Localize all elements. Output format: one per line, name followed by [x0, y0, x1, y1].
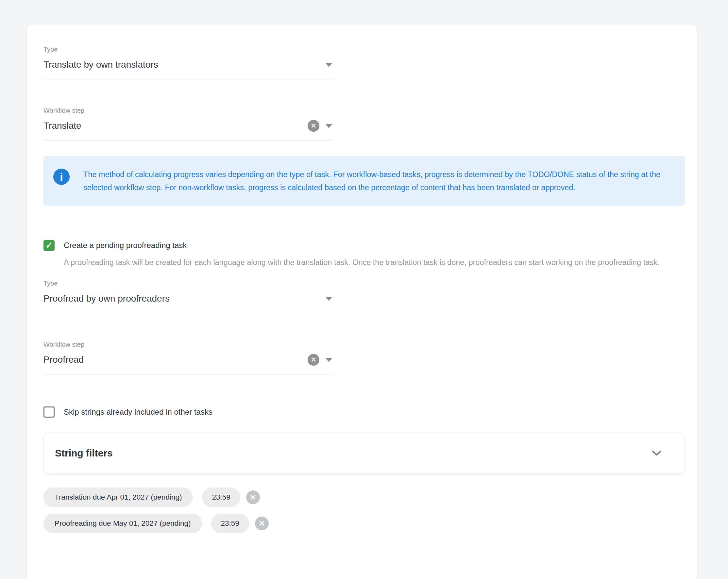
chevron-down-icon — [652, 450, 661, 456]
remove-deadline-icon[interactable]: ✕ — [255, 517, 269, 530]
deadline-row: Proofreading due May 01, 2027 (pending) … — [44, 514, 684, 533]
proofreading-checkbox-label: Create a pending proofreading task — [64, 241, 187, 250]
chevron-down-icon — [325, 124, 333, 128]
proofreading-description: A proofreading task will be created for … — [64, 255, 682, 269]
deadline-row: Translation due Apr 01, 2027 (pending) 2… — [44, 488, 684, 507]
chevron-down-icon — [325, 297, 333, 301]
proofreading-workflow-value: Proofread — [44, 354, 308, 366]
skip-strings-checkbox-row[interactable]: Skip strings already included in other t… — [44, 407, 684, 418]
chevron-down-icon — [325, 358, 333, 362]
deadline-chip[interactable]: Translation due Apr 01, 2027 (pending) — [44, 488, 193, 507]
chevron-down-icon — [325, 63, 333, 67]
translation-type-value: Translate by own translators — [44, 59, 319, 71]
translation-workflow-label: Workflow step — [44, 106, 684, 115]
translation-workflow-value: Translate — [44, 120, 308, 132]
unchecked-checkbox-icon[interactable] — [44, 407, 55, 418]
translation-type-select[interactable]: Translate by own translators — [44, 59, 333, 79]
proofreading-type-value: Proofread by own proofreaders — [44, 293, 319, 305]
proofreading-type-label: Type — [44, 279, 684, 287]
deadline-time-chip[interactable]: 23:59 — [211, 514, 249, 533]
translation-workflow-select[interactable]: Translate ✕ — [44, 120, 333, 140]
string-filters-title: String filters — [55, 448, 652, 459]
task-form-card: Type Translate by own translators Workfl… — [27, 25, 697, 579]
string-filters-panel[interactable]: String filters — [44, 433, 685, 474]
deadline-time-chip[interactable]: 23:59 — [202, 488, 240, 507]
proofreading-checkbox-row[interactable]: ✓ Create a pending proofreading task — [44, 240, 684, 251]
remove-deadline-icon[interactable]: ✕ — [246, 491, 260, 504]
proofreading-workflow-label: Workflow step — [44, 340, 684, 349]
translation-type-label: Type — [44, 45, 684, 54]
checked-checkbox-icon[interactable]: ✓ — [44, 240, 55, 251]
clear-selection-icon[interactable]: ✕ — [308, 120, 319, 132]
progress-info-banner: i The method of calculating progress var… — [44, 156, 685, 206]
proofreading-workflow-select[interactable]: Proofread ✕ — [44, 354, 333, 375]
deadline-chip[interactable]: Proofreading due May 01, 2027 (pending) — [44, 514, 202, 533]
proofreading-type-select[interactable]: Proofread by own proofreaders — [44, 293, 333, 313]
skip-strings-label: Skip strings already included in other t… — [64, 408, 212, 417]
info-icon: i — [53, 169, 70, 185]
clear-selection-icon[interactable]: ✕ — [308, 354, 319, 366]
progress-info-text: The method of calculating progress varie… — [83, 168, 672, 194]
